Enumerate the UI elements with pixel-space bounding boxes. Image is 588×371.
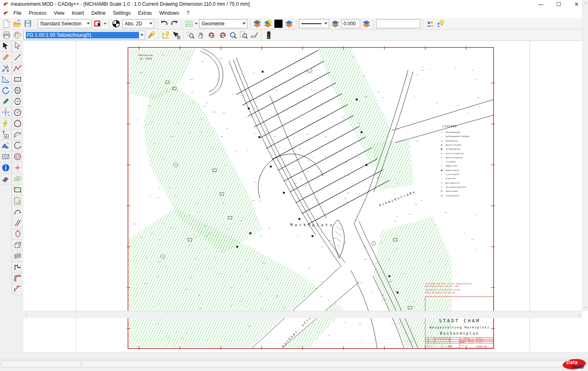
coordinate-mode-combo[interactable]: Abs. 2D bbox=[122, 19, 154, 28]
horizontal-scrollbar[interactable]: ‹ › bbox=[23, 311, 582, 318]
polygon-tool-button[interactable] bbox=[12, 85, 23, 96]
line-tool-button[interactable] bbox=[12, 52, 23, 63]
menu-file[interactable]: File bbox=[10, 9, 25, 17]
box-3d-tool-button[interactable] bbox=[12, 240, 23, 251]
layer-visibility-button[interactable] bbox=[263, 19, 273, 29]
zoom-page-button[interactable] bbox=[239, 30, 249, 40]
surface-tool-button[interactable] bbox=[12, 251, 23, 262]
menu-[interactable]: ? bbox=[183, 9, 193, 17]
active-view-combo[interactable]: PD 1.00:1.00 Teilzeichnung01 bbox=[23, 31, 145, 40]
zoom-window-button[interactable] bbox=[186, 30, 195, 40]
contour-tool-button[interactable] bbox=[12, 262, 23, 273]
selection-mode-combo[interactable]: Standard Selection bbox=[38, 19, 92, 28]
path-tool-button[interactable] bbox=[12, 207, 23, 218]
element-select-tool-button[interactable] bbox=[12, 41, 23, 52]
selection-box-button[interactable] bbox=[93, 19, 103, 29]
trim-tool-button[interactable] bbox=[0, 63, 11, 74]
menu-windows[interactable]: Windows bbox=[156, 9, 183, 17]
fillet-tool-button[interactable] bbox=[12, 273, 23, 284]
redraw-button[interactable] bbox=[249, 30, 259, 40]
color-palette-button[interactable] bbox=[12, 30, 22, 40]
grid-button[interactable] bbox=[184, 19, 194, 29]
transform-tool-button[interactable] bbox=[0, 85, 11, 96]
dropdown-arrow-icon[interactable] bbox=[194, 19, 198, 29]
quick-select-tool-button[interactable] bbox=[0, 118, 11, 129]
point-tool-button[interactable] bbox=[12, 162, 23, 173]
circle-radius-tool-button[interactable] bbox=[12, 107, 23, 118]
save-button[interactable] bbox=[23, 19, 33, 29]
group-view-button[interactable] bbox=[425, 19, 435, 29]
dropdown-arrow-icon[interactable] bbox=[103, 19, 107, 29]
zoom-all-button[interactable] bbox=[228, 30, 238, 40]
draw-tool-button[interactable] bbox=[0, 96, 11, 107]
scroll-right-icon[interactable]: › bbox=[579, 312, 580, 317]
layer-select-button[interactable] bbox=[284, 19, 294, 29]
vertical-scrollbar[interactable]: ⌃ ⌄ bbox=[582, 0, 588, 311]
open-button[interactable] bbox=[12, 19, 22, 29]
menu-insert[interactable]: Insert bbox=[68, 9, 88, 17]
current-color-swatch[interactable] bbox=[274, 20, 283, 28]
highlight-button[interactable] bbox=[436, 19, 446, 29]
combo-arrow-icon[interactable] bbox=[139, 31, 145, 39]
combo-arrow-icon[interactable] bbox=[148, 20, 154, 28]
ellipse-tool-button[interactable] bbox=[12, 173, 23, 184]
redo-button[interactable] bbox=[170, 19, 180, 29]
dimension-tool-button[interactable]: A bbox=[0, 129, 11, 140]
menu-define[interactable]: Define bbox=[88, 9, 110, 17]
line-style-combo[interactable] bbox=[299, 19, 329, 28]
inscribed-polygon-tool-button[interactable] bbox=[12, 96, 23, 107]
group-combo[interactable]: Geometrie bbox=[199, 19, 247, 28]
drawing-paper[interactable]: 3527MarktplatzSchmidstraßeLuckner- straß… bbox=[127, 46, 495, 350]
separator bbox=[250, 19, 250, 28]
edit-tool-button[interactable] bbox=[0, 52, 11, 63]
donut-tool-button[interactable] bbox=[12, 151, 23, 162]
line-width-input[interactable] bbox=[341, 19, 360, 28]
select-tool-button[interactable] bbox=[0, 41, 11, 52]
attribute-input[interactable] bbox=[376, 19, 420, 28]
pan-button[interactable] bbox=[196, 30, 206, 40]
erase-tool-button[interactable] bbox=[0, 173, 11, 184]
menu-view[interactable]: View bbox=[50, 9, 68, 17]
menu-extras[interactable]: Extras bbox=[135, 9, 156, 17]
hatch-tool-button[interactable] bbox=[0, 151, 11, 162]
separator bbox=[423, 19, 423, 28]
combo-arrow-icon[interactable] bbox=[241, 20, 247, 28]
zoom-previous-button[interactable] bbox=[207, 30, 217, 40]
set-layer-button[interactable] bbox=[252, 19, 262, 29]
menu-bar: FileProcessViewInsertDefineSettingsExtra… bbox=[0, 9, 588, 18]
parallel-tool-button[interactable] bbox=[12, 218, 23, 229]
snap-mode-button[interactable] bbox=[111, 19, 121, 29]
menu-settings[interactable]: Settings bbox=[109, 9, 134, 17]
sheet-edit-tool-button[interactable] bbox=[12, 196, 23, 207]
rectangle-tool-button[interactable] bbox=[12, 74, 23, 85]
width-layer-button[interactable] bbox=[361, 19, 371, 29]
chamfer-tool-button[interactable] bbox=[12, 284, 23, 295]
zoom-next-button[interactable] bbox=[218, 30, 227, 40]
drawing-status-light[interactable] bbox=[264, 30, 274, 40]
apply-view-button[interactable] bbox=[171, 30, 181, 40]
arc-tool-button[interactable] bbox=[12, 129, 23, 140]
maximize-button[interactable]: ☐ bbox=[550, 0, 567, 9]
undo-button[interactable] bbox=[159, 19, 169, 29]
info-tool-button[interactable] bbox=[0, 162, 11, 173]
print-button[interactable] bbox=[2, 30, 11, 40]
ellipse-box-tool-button[interactable] bbox=[12, 184, 23, 196]
minimize-button[interactable]: — bbox=[532, 0, 549, 9]
polyline-tool-button[interactable] bbox=[12, 63, 23, 74]
pen-visibility-button[interactable] bbox=[146, 30, 156, 40]
line-layer-button[interactable] bbox=[330, 19, 340, 29]
menu-process[interactable]: Process bbox=[25, 9, 50, 17]
text-tool-button[interactable]: Ab bbox=[0, 140, 11, 151]
arc-points-tool-button[interactable] bbox=[12, 140, 23, 151]
point-snap-tool-button[interactable] bbox=[0, 107, 11, 118]
scroll-up-icon[interactable]: ⌃ bbox=[584, 2, 588, 7]
spline-tool-button[interactable] bbox=[12, 229, 23, 240]
drawing-canvas[interactable]: 3527MarktplatzSchmidstraßeLuckner- straß… bbox=[23, 41, 582, 352]
scroll-down-icon[interactable]: ⌄ bbox=[584, 304, 588, 309]
construction-aid-button[interactable] bbox=[161, 30, 171, 40]
scroll-left-icon[interactable]: ‹ bbox=[25, 312, 27, 317]
measure-tool-button[interactable] bbox=[0, 74, 11, 85]
new-button[interactable] bbox=[2, 19, 11, 29]
combo-arrow-icon[interactable] bbox=[85, 20, 91, 28]
circle-points-tool-button[interactable] bbox=[12, 118, 23, 129]
